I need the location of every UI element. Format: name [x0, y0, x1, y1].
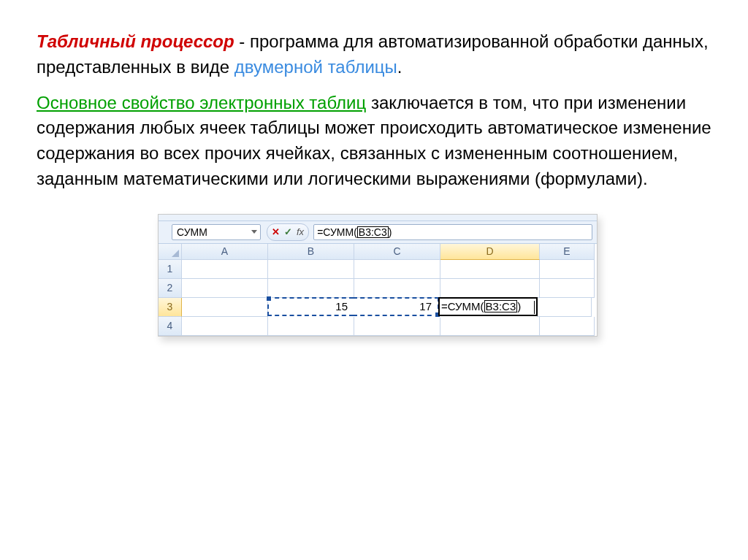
name-box-dropdown-icon[interactable] — [251, 230, 257, 234]
formula-range: B3:C3 — [357, 226, 389, 238]
cell-E4[interactable] — [540, 317, 595, 336]
formula-edit-controls: ✕ ✓ fx — [267, 223, 309, 241]
para1-blue: двумерной таблицы — [234, 57, 397, 77]
cell-E2[interactable] — [540, 279, 595, 298]
cell-E1[interactable] — [540, 260, 595, 279]
row-header-2[interactable]: 2 — [159, 279, 182, 298]
cell-D1[interactable] — [440, 260, 540, 279]
formula-input[interactable]: =СУММ(B3:C3) — [313, 224, 592, 240]
formula-prefix: =СУММ( — [317, 227, 357, 237]
enter-icon[interactable]: ✓ — [284, 227, 292, 237]
cell-A1[interactable] — [182, 260, 268, 279]
worksheet-grid: A B C D E 1 2 3 15 17 — [159, 244, 597, 336]
select-all-corner[interactable] — [159, 244, 182, 260]
cell-C3-value: 17 — [356, 299, 435, 315]
cell-C1[interactable] — [354, 260, 440, 279]
col-header-D[interactable]: D — [440, 244, 540, 260]
cancel-icon[interactable]: ✕ — [272, 227, 280, 237]
row-2: 2 — [159, 279, 597, 298]
row-4: 4 — [159, 317, 597, 336]
cell-B1[interactable] — [268, 260, 354, 279]
cell-C3[interactable]: 17 — [353, 297, 439, 316]
row-header-4[interactable]: 4 — [159, 317, 182, 336]
cell-D2[interactable] — [440, 279, 540, 298]
col-header-A[interactable]: A — [182, 244, 268, 260]
formula-suffix: ) — [389, 227, 392, 237]
col-header-C[interactable]: C — [354, 244, 440, 260]
row-header-3[interactable]: 3 — [159, 298, 182, 317]
term-title: Табличный процессор — [37, 31, 234, 51]
edit-prefix: =СУММ( — [441, 301, 484, 312]
cell-C2[interactable] — [354, 279, 440, 298]
cell-B2[interactable] — [268, 279, 354, 298]
cell-D4[interactable] — [440, 317, 540, 336]
para1-end: . — [397, 57, 402, 77]
spreadsheet-screenshot: СУММ ✕ ✓ fx =СУММ(B3:C3) A B C D E 1 — [158, 214, 598, 337]
cell-A3[interactable] — [182, 298, 268, 317]
cell-B3[interactable]: 15 — [267, 297, 354, 316]
name-box-text: СУММ — [177, 227, 207, 237]
cell-E3[interactable] — [537, 298, 592, 317]
cell-D3-editing[interactable]: =СУММ(B3:C3) — [438, 297, 538, 316]
name-box[interactable]: СУММ — [172, 224, 261, 240]
para2-green: Основное свойство электронных таблиц — [37, 93, 366, 112]
paragraph-2: Основное свойство электронных таблиц зак… — [37, 91, 719, 192]
column-header-row: A B C D E — [159, 244, 597, 260]
row-header-1[interactable]: 1 — [159, 260, 182, 279]
paragraph-1: Табличный процессор - программа для авто… — [37, 29, 719, 80]
row-3: 3 15 17 =СУММ(B3:C3) — [159, 298, 597, 317]
quick-access-bar — [159, 215, 597, 221]
cell-C4[interactable] — [354, 317, 440, 336]
cell-A2[interactable] — [182, 279, 268, 298]
text-caret — [534, 301, 535, 314]
formula-bar: СУММ ✕ ✓ fx =СУММ(B3:C3) — [159, 221, 597, 244]
edit-range: B3:C3 — [484, 300, 518, 312]
fx-icon[interactable]: fx — [297, 227, 304, 237]
cell-B3-value: 15 — [272, 299, 351, 315]
col-header-E[interactable]: E — [540, 244, 595, 260]
cell-B4[interactable] — [268, 317, 354, 336]
row-1: 1 — [159, 260, 597, 279]
edit-suffix: ) — [517, 301, 521, 312]
cell-A4[interactable] — [182, 317, 268, 336]
col-header-B[interactable]: B — [268, 244, 354, 260]
